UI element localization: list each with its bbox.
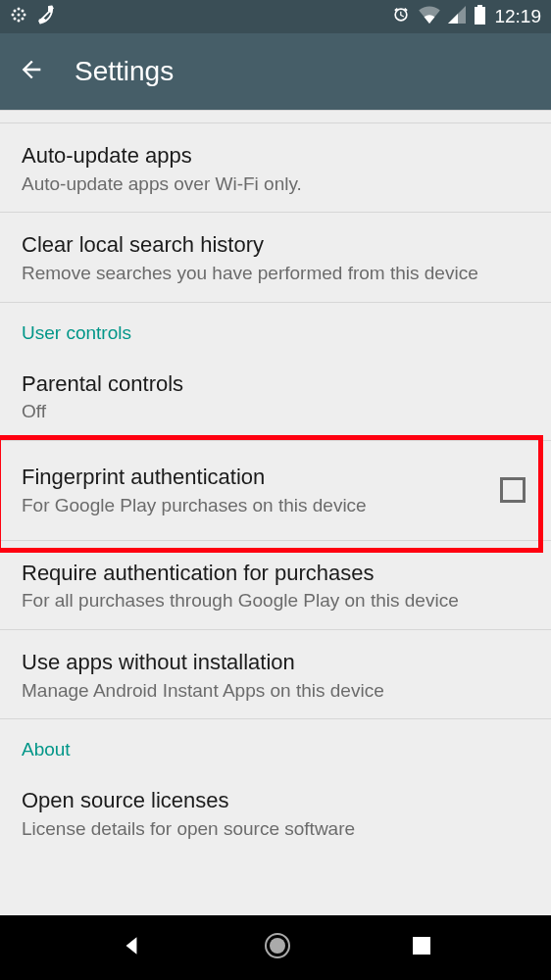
setting-title: Clear local search history xyxy=(22,230,529,260)
setting-subtitle: For all purchases through Google Play on… xyxy=(22,589,529,613)
setting-title: Use apps without installation xyxy=(22,648,529,677)
setting-subtitle: For Google Play purchases on this device xyxy=(22,494,529,518)
battery-icon xyxy=(474,5,486,28)
setting-open-source-licenses[interactable]: Open source licenses License details for… xyxy=(0,768,551,857)
svg-point-2 xyxy=(18,14,21,17)
setting-title: Require authentication for purchases xyxy=(22,559,529,588)
nav-home-icon[interactable] xyxy=(263,931,292,964)
svg-point-0 xyxy=(18,8,21,11)
svg-point-4 xyxy=(18,20,21,23)
setting-subtitle: Auto-update apps over Wi-Fi only. xyxy=(22,172,529,197)
appbar: Settings xyxy=(0,33,551,110)
setting-clear-history[interactable]: Clear local search history Remove search… xyxy=(0,213,551,301)
setting-fingerprint-auth[interactable]: Fingerprint authentication For Google Pl… xyxy=(0,441,551,539)
app-dots-icon xyxy=(10,6,27,27)
svg-point-3 xyxy=(24,14,26,17)
setting-title: Parental controls xyxy=(22,369,529,399)
page-title: Settings xyxy=(75,56,174,87)
setting-subtitle: Off xyxy=(22,400,529,424)
nav-bar xyxy=(0,915,551,980)
setting-instant-apps[interactable]: Use apps without installation Manage And… xyxy=(0,630,551,718)
svg-rect-11 xyxy=(475,7,485,24)
nav-back-icon[interactable] xyxy=(119,933,144,962)
svg-point-8 xyxy=(22,18,25,21)
statusbar: 12:19 xyxy=(0,0,551,33)
nav-recents-icon[interactable] xyxy=(411,935,432,960)
setting-parental-controls[interactable]: Parental controls Off xyxy=(0,352,551,440)
svg-point-1 xyxy=(12,14,15,17)
alarm-icon xyxy=(391,5,411,28)
setting-subtitle: Remove searches you have performed from … xyxy=(22,262,529,286)
settings-list: Auto-update apps Auto-update apps over W… xyxy=(0,110,551,858)
clock: 12:19 xyxy=(494,6,541,27)
svg-rect-14 xyxy=(413,937,430,955)
setting-require-auth[interactable]: Require authentication for purchases For… xyxy=(0,541,551,629)
setting-title: Fingerprint authentication xyxy=(22,463,529,492)
back-arrow-icon[interactable] xyxy=(18,56,45,87)
svg-point-13 xyxy=(270,938,285,954)
wifi-icon xyxy=(419,6,440,27)
svg-rect-10 xyxy=(477,5,482,7)
setting-title: Open source licenses xyxy=(22,786,529,815)
svg-point-6 xyxy=(22,10,25,13)
setting-subtitle: Manage Android Instant Apps on this devi… xyxy=(22,679,529,704)
svg-point-5 xyxy=(14,10,17,13)
spacer xyxy=(0,110,551,123)
checkbox-unchecked-icon[interactable] xyxy=(500,477,526,503)
section-user-controls: User controls xyxy=(0,303,551,352)
svg-point-7 xyxy=(14,18,17,21)
setting-auto-update[interactable]: Auto-update apps Auto-update apps over W… xyxy=(0,123,551,212)
setting-subtitle: License details for open source software xyxy=(22,817,529,842)
call-blocked-icon xyxy=(35,4,57,29)
setting-title: Auto-update apps xyxy=(22,141,529,171)
section-about: About xyxy=(0,719,551,768)
cell-signal-icon xyxy=(448,6,466,27)
